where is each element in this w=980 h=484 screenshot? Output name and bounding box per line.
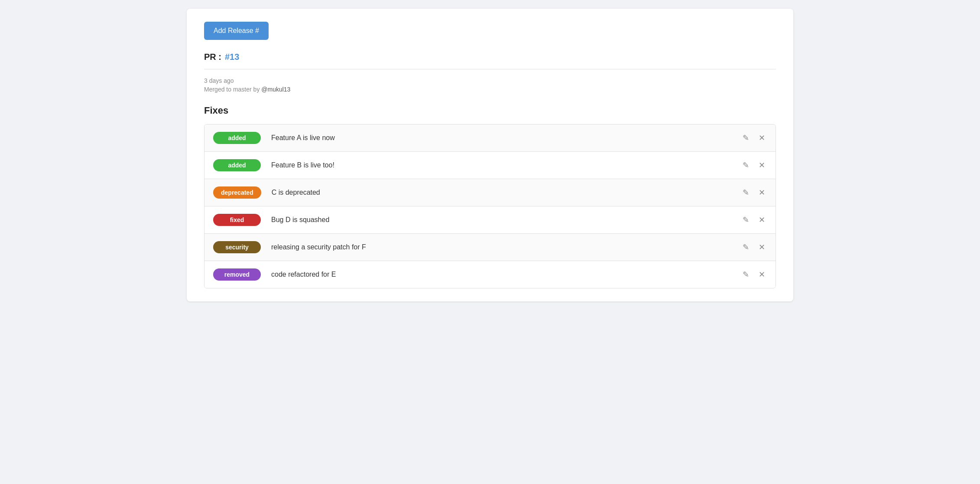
fix-description: releasing a security patch for F [261,243,741,251]
add-release-button[interactable]: Add Release # [204,22,269,40]
pr-user: @mukul13 [261,86,290,93]
delete-button[interactable]: ✕ [757,241,767,254]
fix-actions: ✎ ✕ [741,159,767,172]
fixes-title: Fixes [204,105,776,116]
fix-actions: ✎ ✕ [741,213,767,226]
fix-description: code refactored for E [261,271,741,278]
edit-icon: ✎ [743,188,749,197]
main-container: Add Release # PR : #13 3 days ago Merged… [187,9,793,301]
close-icon: ✕ [759,270,765,279]
fix-description: Bug D is squashed [261,216,741,224]
delete-button[interactable]: ✕ [757,159,767,172]
badge-added: added [213,159,261,171]
fix-description: Feature A is live now [261,134,741,142]
edit-icon: ✎ [743,133,749,143]
pr-number: #13 [225,52,239,62]
badge-removed: removed [213,268,261,281]
pr-label: PR : [204,52,221,62]
table-row: security releasing a security patch for … [204,234,776,261]
close-icon: ✕ [759,133,765,143]
badge-security: security [213,241,261,253]
edit-icon: ✎ [743,160,749,170]
table-row: added Feature B is live too! ✎ ✕ [204,152,776,179]
fix-actions: ✎ ✕ [741,241,767,254]
edit-button[interactable]: ✎ [741,186,751,199]
table-row: deprecated C is deprecated ✎ ✕ [204,179,776,206]
edit-icon: ✎ [743,215,749,225]
pr-header: PR : #13 [204,52,776,62]
divider [204,69,776,69]
table-row: fixed Bug D is squashed ✎ ✕ [204,206,776,234]
edit-button[interactable]: ✎ [741,159,751,172]
fix-actions: ✎ ✕ [741,268,767,281]
table-row: removed code refactored for E ✎ ✕ [204,261,776,288]
delete-button[interactable]: ✕ [757,268,767,281]
close-icon: ✕ [759,160,765,170]
fix-actions: ✎ ✕ [741,186,767,199]
edit-icon: ✎ [743,270,749,279]
fix-description: Feature B is live too! [261,161,741,169]
delete-button[interactable]: ✕ [757,131,767,144]
close-icon: ✕ [759,242,765,252]
edit-icon: ✎ [743,242,749,252]
table-row: added Feature A is live now ✎ ✕ [204,124,776,152]
edit-button[interactable]: ✎ [741,131,751,144]
edit-button[interactable]: ✎ [741,241,751,254]
delete-button[interactable]: ✕ [757,213,767,226]
badge-added: added [213,132,261,144]
badge-fixed: fixed [213,214,261,226]
badge-deprecated: deprecated [213,186,261,199]
merged-by-text: Merged to master by [204,86,260,93]
delete-button[interactable]: ✕ [757,186,767,199]
edit-button[interactable]: ✎ [741,213,751,226]
pr-time: 3 days ago [204,77,776,84]
close-icon: ✕ [759,188,765,197]
pr-meta: 3 days ago Merged to master by @mukul13 [204,77,776,93]
fix-actions: ✎ ✕ [741,131,767,144]
fixes-table: added Feature A is live now ✎ ✕ added Fe… [204,124,776,288]
close-icon: ✕ [759,215,765,225]
edit-button[interactable]: ✎ [741,268,751,281]
pr-merged-by: Merged to master by @mukul13 [204,86,776,93]
fix-description: C is deprecated [261,189,741,196]
